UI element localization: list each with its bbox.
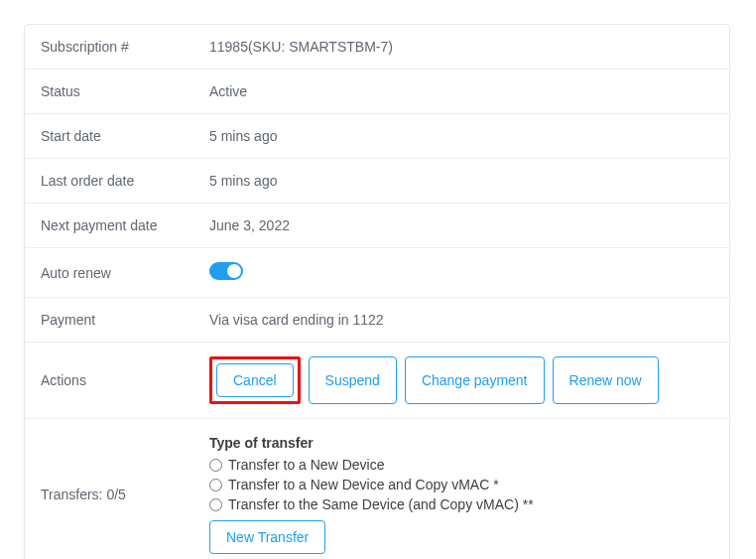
transfers-label: Transfers: 0/5 [41, 487, 209, 502]
row-next-payment: Next payment date June 3, 2022 [25, 204, 729, 248]
row-last-order: Last order date 5 mins ago [25, 159, 729, 204]
suspend-button[interactable]: Suspend [309, 356, 397, 404]
actions-label: Actions [41, 372, 209, 388]
next-payment-value: June 3, 2022 [209, 217, 713, 233]
payment-value: Via visa card ending in 1122 [209, 312, 713, 328]
last-order-value: 5 mins ago [209, 173, 713, 189]
row-transfers: Transfers: 0/5 Type of transfer Transfer… [25, 419, 729, 559]
subscription-value: 11985(SKU: SMARTSTBM-7) [209, 39, 713, 55]
subscription-panel: Subscription # 11985(SKU: SMARTSTBM-7) S… [24, 24, 730, 559]
transfer-heading: Type of transfer [209, 435, 713, 451]
subscription-label: Subscription # [41, 39, 209, 55]
start-date-value: 5 mins ago [209, 128, 713, 144]
cancel-highlight: Cancel [209, 356, 301, 404]
change-payment-button[interactable]: Change payment [405, 356, 545, 404]
payment-label: Payment [41, 312, 209, 328]
row-actions: Actions Cancel Suspend Change payment Re… [25, 343, 729, 419]
transfer-option-1-label: Transfer to a New Device [228, 457, 384, 473]
auto-renew-toggle[interactable] [209, 262, 243, 280]
transfer-radio-2[interactable] [209, 479, 222, 491]
status-value: Active [209, 83, 713, 99]
next-payment-label: Next payment date [41, 217, 209, 233]
cancel-button[interactable]: Cancel [216, 363, 294, 397]
row-payment: Payment Via visa card ending in 1122 [25, 298, 729, 343]
start-date-label: Start date [41, 128, 209, 144]
row-status: Status Active [25, 70, 729, 114]
last-order-label: Last order date [41, 173, 209, 189]
transfer-option-same-device[interactable]: Transfer to the Same Device (and Copy vM… [209, 496, 713, 512]
row-auto-renew: Auto renew [25, 248, 729, 298]
transfer-option-2-label: Transfer to a New Device and Copy vMAC * [228, 477, 499, 492]
transfer-option-3-label: Transfer to the Same Device (and Copy vM… [228, 496, 534, 512]
new-transfer-button[interactable]: New Transfer [209, 520, 325, 554]
row-start-date: Start date 5 mins ago [25, 114, 729, 159]
transfer-radio-3[interactable] [209, 498, 222, 511]
status-label: Status [41, 83, 209, 99]
transfer-radio-1[interactable] [209, 459, 222, 472]
transfer-option-new-device[interactable]: Transfer to a New Device [209, 457, 713, 473]
row-subscription: Subscription # 11985(SKU: SMARTSTBM-7) [25, 25, 729, 70]
auto-renew-label: Auto renew [41, 265, 209, 281]
transfer-option-new-device-copy-vmac[interactable]: Transfer to a New Device and Copy vMAC * [209, 477, 713, 492]
renew-now-button[interactable]: Renew now [553, 356, 659, 404]
